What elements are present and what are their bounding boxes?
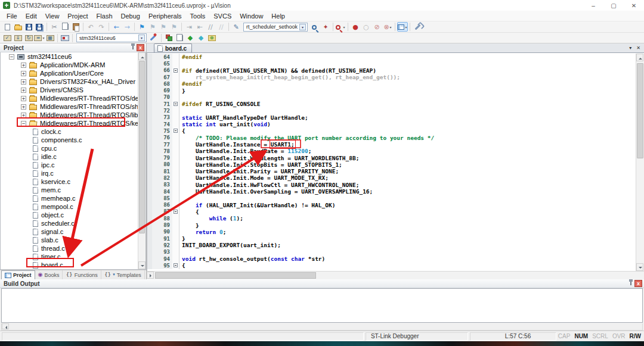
file-extensions-books-button[interactable]	[174, 33, 185, 43]
maximize-button[interactable]: ▢	[603, 0, 624, 11]
menu-file[interactable]: File	[2, 11, 21, 21]
menu-edit[interactable]: Edit	[21, 11, 41, 21]
scrollbar-thumb[interactable]	[155, 272, 316, 279]
editor-horizontal-scrollbar[interactable]	[147, 271, 644, 279]
save-button[interactable]	[23, 22, 34, 32]
chevron-down-icon[interactable]: ▾	[299, 24, 306, 30]
scroll-down-icon[interactable]	[636, 263, 643, 271]
breakpoint-margin[interactable]	[147, 121, 152, 127]
comment-selection-button[interactable]: ∕∕	[205, 22, 216, 32]
translate-file-button[interactable]: ✓	[2, 33, 13, 43]
breakpoint-margin[interactable]	[147, 148, 152, 154]
breakpoint-margin[interactable]	[147, 195, 152, 201]
configure-wrench-button[interactable]	[412, 22, 423, 32]
scroll-up-icon[interactable]	[636, 54, 643, 61]
paste-button[interactable]	[70, 22, 81, 32]
build-button[interactable]: ⇓	[13, 33, 23, 43]
collapse-icon[interactable]: −	[21, 121, 26, 126]
breakpoint-margin[interactable]	[147, 174, 152, 181]
fold-collapse-icon[interactable]	[174, 68, 178, 73]
tree-item-cpu-c[interactable]: cpu.c	[1, 144, 145, 152]
kill-all-breakpoints-button[interactable]: ⊗▾	[382, 22, 393, 32]
breakpoint-margin[interactable]	[147, 135, 152, 141]
undo-button[interactable]: ↶	[85, 22, 96, 32]
tree-item-mem-c[interactable]: mem.c	[1, 186, 145, 194]
panel-tab-project[interactable]: Project	[1, 270, 35, 279]
options-for-target-button[interactable]	[148, 33, 159, 43]
breakpoint-margin[interactable]	[147, 154, 152, 161]
panel-tab-templates[interactable]: {}▾Templates	[101, 270, 145, 279]
tree-item-stm32f411ceu6[interactable]: −stm32f411ceu6	[1, 52, 145, 61]
manage-project-items-button[interactable]	[163, 33, 174, 43]
tree-item-memheap-c[interactable]: memheap.c	[1, 194, 145, 202]
breakpoint-margin[interactable]	[147, 262, 152, 269]
breakpoint-margin[interactable]	[147, 255, 152, 262]
build-output-content[interactable]	[1, 288, 643, 323]
editor-close-icon[interactable]: ✕	[636, 46, 640, 51]
open-file-button[interactable]	[13, 22, 23, 32]
save-all-button[interactable]	[34, 22, 45, 32]
scrollbar-thumb[interactable]	[139, 61, 145, 233]
indent-button[interactable]: ⇥	[184, 22, 194, 32]
expand-icon[interactable]: +	[21, 71, 26, 76]
menu-help[interactable]: Help	[267, 11, 289, 21]
tab-list-dropdown-icon[interactable]: ▾	[629, 46, 631, 51]
menu-debug[interactable]: Debug	[117, 11, 144, 21]
tree-item-middlewares-rt-thread-rtos-libcpu[interactable]: +Middlewares/RT-Thread/RTOS/libcpu	[1, 111, 145, 119]
download-flash-button[interactable]	[60, 33, 70, 43]
breakpoint-margin[interactable]	[147, 114, 152, 121]
collapse-icon[interactable]: −	[9, 54, 14, 60]
fold-collapse-icon[interactable]	[174, 263, 178, 267]
scrollbar-thumb[interactable]	[637, 63, 643, 158]
breakpoint-margin[interactable]	[147, 94, 152, 101]
expand-icon[interactable]: +	[21, 63, 26, 68]
breakpoint-margin[interactable]	[147, 215, 152, 222]
editor-vertical-scrollbar[interactable]	[636, 54, 644, 271]
breakpoint-margin[interactable]	[147, 202, 152, 208]
disable-all-breakpoints-button[interactable]: ⊘	[371, 22, 382, 32]
menu-view[interactable]: View	[41, 11, 64, 21]
panel-tab-books[interactable]: ◉Books	[35, 270, 63, 279]
menu-flash[interactable]: Flash	[92, 11, 117, 21]
menu-tools[interactable]: Tools	[186, 11, 210, 21]
insert-remove-breakpoint-button[interactable]: ●	[350, 22, 361, 32]
tree-item-slab-c[interactable]: slab.c	[1, 236, 145, 244]
chevron-down-icon[interactable]: ▾	[343, 25, 345, 29]
breakpoint-margin[interactable]	[147, 235, 152, 242]
breakpoint-margin[interactable]	[147, 222, 152, 228]
uncomment-selection-button[interactable]: ∕∕	[216, 22, 227, 32]
breakpoint-margin[interactable]	[147, 107, 152, 114]
build-output-close-icon[interactable]: x	[634, 280, 642, 287]
build-output-scrollbar[interactable]	[1, 323, 643, 331]
fold-collapse-icon[interactable]	[174, 210, 178, 214]
redo-button[interactable]: ↷	[96, 22, 107, 32]
panel-tab-functions[interactable]: {}Functions	[63, 270, 101, 279]
tree-item-scheduler-c[interactable]: scheduler.c	[1, 219, 145, 227]
breakpoint-margin[interactable]	[147, 74, 152, 80]
breakpoint-margin[interactable]	[147, 127, 152, 134]
tree-item-idle-c[interactable]: idle.c	[1, 152, 145, 161]
tree-item-clock-c[interactable]: clock.c	[1, 127, 145, 136]
tree-item-application-mdk-arm[interactable]: +Application/MDK-ARM	[1, 61, 145, 69]
editor-tab-boardc[interactable]: board.c	[154, 43, 192, 52]
enable-disable-breakpoint-button[interactable]: ○	[361, 22, 371, 32]
tree-item-drivers-cmsis[interactable]: +Drivers/CMSIS	[1, 86, 145, 94]
expand-icon[interactable]: +	[21, 88, 26, 93]
expand-icon[interactable]: +	[21, 104, 26, 110]
menu-svcs[interactable]: SVCS	[209, 11, 236, 21]
tree-item-ipc-c[interactable]: ipc.c	[1, 161, 145, 169]
breakpoint-margin[interactable]	[147, 182, 152, 188]
breakpoint-margin[interactable]	[147, 168, 152, 174]
select-software-packs-button[interactable]: ◆	[196, 33, 206, 43]
tree-item-board-c[interactable]: board.c	[1, 261, 145, 269]
expand-icon[interactable]: +	[21, 113, 26, 118]
tree-item-components-c[interactable]: components.c	[1, 136, 145, 144]
breakpoint-margin[interactable]	[147, 67, 152, 74]
rebuild-all-button[interactable]: ↻	[23, 33, 34, 43]
scroll-left-icon[interactable]	[2, 323, 9, 329]
breakpoint-margin[interactable]	[147, 54, 152, 60]
breakpoint-margin[interactable]	[147, 101, 152, 107]
menu-peripherals[interactable]: Peripherals	[144, 11, 186, 21]
pin-icon[interactable]	[132, 46, 134, 49]
scroll-up-icon[interactable]	[138, 52, 145, 60]
